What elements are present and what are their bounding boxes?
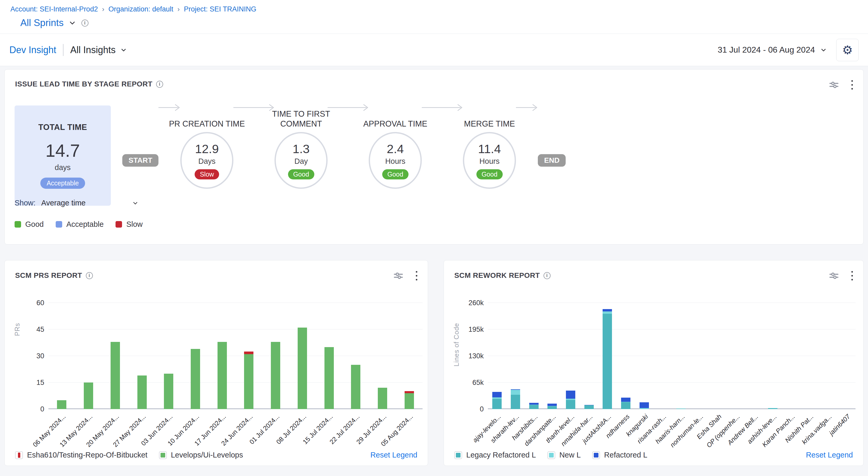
bar-4-27-may-2024-[interactable] [137,376,147,409]
panel-title-text: ISSUE LEAD TIME BY STAGE REPORT [15,80,152,88]
stage-value: 1.3 [293,142,310,156]
y-tick-label: 15 [36,379,44,387]
filter-sliders-icon[interactable] [392,270,404,282]
bar-7-17-jun-2024-[interactable] [218,342,227,409]
bar-segment [548,406,557,409]
legend-swatch [116,221,122,228]
panel-title-text: SCM PRS REPORT [15,271,82,280]
bar-8-24-jun-2024-[interactable] [244,352,253,409]
info-icon[interactable]: i [156,81,163,88]
stage-time-to-first-comment[interactable]: TIME TO FIRST COMMENT1.3DayGood [275,103,328,189]
bar-segment [768,408,777,409]
bar-14-05-aug-2024-[interactable] [405,391,414,409]
legend-swatch [548,451,555,459]
bar-11-15-jul-2024-[interactable] [324,347,334,409]
dashboard: ISSUE LEAD TIME BY STAGE REPORT i TOTAL … [0,66,868,466]
show-label: Show: [14,199,36,207]
bar-3-20-may-2024-[interactable] [111,342,120,409]
legend-item[interactable]: Good [14,220,44,229]
kebab-menu-icon[interactable] [850,79,854,91]
bar-segment [492,399,502,409]
date-range-picker[interactable]: 31 Jul 2024 - 06 Aug 2024 [718,45,828,55]
legend-label: Good [25,220,44,229]
chevron-down-icon [120,46,127,54]
breadcrumb-separator: › [102,5,104,13]
bar-1-ajay-levelo-[interactable] [492,392,502,409]
chevron-down-icon [68,19,77,27]
vertical-divider [63,44,63,56]
bar-segment [640,402,649,408]
legend-item[interactable]: Refactored L [592,451,647,459]
info-icon[interactable]: i [86,272,93,279]
bar-7-justakshita-[interactable] [602,309,612,409]
kebab-menu-icon[interactable] [415,270,418,281]
total-time-unit: days [55,163,70,172]
insight-selector[interactable]: All Insights [70,44,127,56]
bar-11-haaris-harn-[interactable] [676,409,686,409]
bar-segment [676,409,686,409]
start-pill: START [122,154,158,167]
sprint-selector-label: All Sprints [20,18,64,28]
panel-title: ISSUE LEAD TIME BY STAGE REPORT i [15,80,163,88]
bar-segment [405,391,414,393]
status-legend: GoodAcceptableSlow [14,220,143,229]
gear-icon: ⚙ [842,44,852,56]
y-tick-label: 0 [40,405,44,413]
bar-8-ndharness[interactable] [621,397,630,409]
scm-prs-panel: SCM PRS REPORTi PRs01530456006 May 2024.… [4,260,428,466]
legend-swatch [454,451,462,459]
legend-item[interactable]: Levelops/Ui-Levelops [159,451,243,459]
legend-item[interactable]: Acceptable [56,220,104,229]
breadcrumb-link[interactable]: Organization: default [108,5,173,13]
issue-lead-time-panel: ISSUE LEAD TIME BY STAGE REPORT i TOTAL … [4,69,864,244]
end-pill: END [538,154,566,167]
breadcrumb-link[interactable]: Project: SEI TRAINING [184,5,256,13]
bar-10-08-jul-2024-[interactable] [298,328,307,409]
show-metric-dropdown[interactable]: Show: Average time [14,199,139,207]
bar-5-thanh-level-[interactable] [566,391,575,409]
stage-merge-time[interactable]: MERGE TIME11.4HoursGood [463,103,516,189]
bar-6-10-jun-2024-[interactable] [191,349,200,409]
bar-segment [621,397,630,402]
reset-legend-link[interactable]: Reset Legend [370,451,417,459]
stage-approval-time[interactable]: APPROVAL TIME2.4HoursGood [369,103,422,189]
stage-status-badge: Slow [195,169,219,179]
bar-segment [602,309,612,311]
bar-segment [405,393,414,409]
sprint-selector[interactable]: All Sprints [20,18,77,28]
legend-label: Legacy Refactored L [466,451,536,459]
info-icon[interactable]: i [544,272,551,279]
bar-12-22-jul-2024-[interactable] [351,365,360,409]
bar-5-03-jun-2024-[interactable] [164,374,173,409]
bar-segment [191,349,200,409]
bar-4-darshanpate-[interactable] [548,404,557,409]
insight-title[interactable]: Dev Insight [9,44,56,56]
bar-2-13-may-2024-[interactable] [84,383,93,409]
breadcrumb-separator: › [178,5,180,13]
legend-item[interactable]: Esha610/Testing-Repo-Of-Bitbucket [15,451,148,459]
filter-sliders-icon[interactable] [828,79,840,91]
bar-13-29-jul-2024-[interactable] [378,388,387,409]
reset-legend-link[interactable]: Reset Legend [806,451,853,459]
filter-sliders-icon[interactable] [828,270,840,282]
legend-item[interactable]: Slow [116,220,143,229]
stage-pr-creation-time[interactable]: PR CREATION TIME12.9DaysSlow [180,103,234,189]
bar-16-ashish-leve-[interactable] [768,408,777,409]
legend-item[interactable]: New L [548,451,581,459]
bar-9-knagurski[interactable] [640,402,649,409]
bar-segment [566,391,575,399]
settings-button[interactable]: ⚙ [836,39,859,61]
breadcrumb-link[interactable]: Account: SEI-Internal-Prod2 [10,5,98,13]
bar-segment [271,342,280,409]
bar-9-01-jul-2024-[interactable] [271,342,280,409]
legend-item[interactable]: Legacy Refactored L [454,451,536,459]
bar-segment [164,374,173,409]
kebab-menu-icon[interactable] [850,270,854,281]
stage-circle: 2.4HoursGood [369,132,422,189]
bar-1-06-may-2024-[interactable] [57,400,66,409]
bar-segment [84,383,93,409]
bar-2-sharath-lev-[interactable] [511,389,520,409]
bar-3-harshibits-[interactable] [529,403,538,409]
bar-6-nmahida-har-[interactable] [584,405,594,409]
info-icon[interactable]: i [82,20,89,27]
